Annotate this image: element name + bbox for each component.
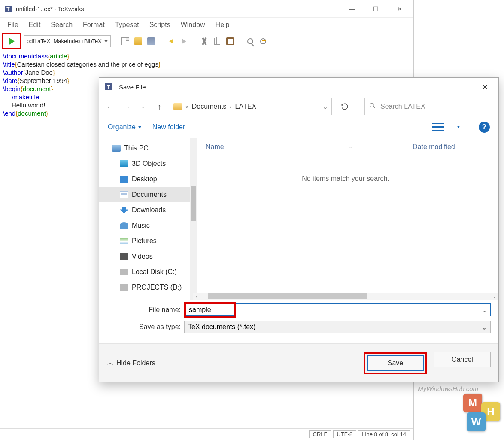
tree-this-pc[interactable]: This PC bbox=[99, 141, 193, 156]
window-title: untitled-1.tex* - TeXworks bbox=[16, 6, 346, 12]
scroll-left-icon[interactable]: ‹ bbox=[193, 293, 200, 299]
watermark-text: MyWindowsHub.com bbox=[418, 385, 478, 392]
save-button[interactable]: Save bbox=[367, 355, 424, 371]
address-dropdown-icon[interactable]: ⌄ bbox=[322, 103, 328, 111]
chevron-down-icon: ▼ bbox=[137, 125, 142, 130]
sort-indicator-icon: ︿ bbox=[348, 144, 352, 150]
breadcrumb-root[interactable]: « bbox=[185, 104, 188, 110]
dialog-close-button[interactable]: ✕ bbox=[476, 80, 493, 94]
view-options-icon[interactable] bbox=[432, 123, 444, 131]
toolbar-separator bbox=[240, 36, 240, 47]
chevron-down-icon[interactable]: ▼ bbox=[456, 125, 461, 129]
nav-recent-icon[interactable]: ⌄ bbox=[137, 101, 149, 113]
dialog-nav-row: ← → ⌄ ↑ « Documents › LATEX ⌄ Search LAT… bbox=[99, 96, 498, 117]
filename-dropdown-icon[interactable]: ⌄ bbox=[479, 306, 490, 314]
svg-text:T: T bbox=[107, 84, 110, 90]
main-titlebar: T untitled-1.tex* - TeXworks — ☐ ✕ bbox=[0, 0, 413, 18]
redo-icon[interactable] bbox=[179, 36, 190, 47]
folder-icon bbox=[173, 103, 182, 110]
videos-icon bbox=[120, 253, 128, 260]
nav-forward-icon[interactable]: → bbox=[121, 101, 133, 113]
tree-videos[interactable]: Videos bbox=[99, 249, 193, 264]
search-input[interactable]: Search LATEX bbox=[364, 98, 493, 115]
scroll-right-icon[interactable]: › bbox=[491, 293, 498, 299]
menu-window[interactable]: Window bbox=[176, 19, 209, 31]
status-position: Line 8 of 8; col 14 bbox=[358, 430, 410, 438]
menu-edit[interactable]: Edit bbox=[24, 19, 45, 31]
tex-cmd: \date bbox=[3, 77, 17, 84]
disk-icon bbox=[120, 269, 128, 275]
refresh-button[interactable] bbox=[336, 98, 353, 115]
filename-input[interactable] bbox=[186, 304, 234, 316]
replace-icon[interactable] bbox=[258, 36, 269, 47]
engine-select[interactable]: pdfLaTeX+MakeIndex+BibTeX bbox=[24, 35, 111, 47]
save-file-dialog: T Save File ✕ ← → ⌄ ↑ « Documents › LATE… bbox=[99, 77, 499, 382]
tree-documents[interactable]: Documents bbox=[99, 187, 193, 202]
app-icon: T bbox=[4, 5, 12, 13]
tex-cmd: \begin bbox=[3, 85, 21, 92]
cut-icon[interactable] bbox=[199, 36, 210, 47]
dialog-footer: ︿ Hide Folders Save Cancel bbox=[99, 343, 498, 382]
downloads-icon bbox=[120, 207, 128, 214]
copy-icon[interactable] bbox=[212, 36, 223, 47]
breadcrumb-documents[interactable]: Documents bbox=[192, 103, 227, 110]
savetype-label: Save as type: bbox=[107, 323, 184, 331]
organize-button[interactable]: Organize▼ bbox=[108, 123, 142, 131]
paste-icon[interactable] bbox=[225, 36, 236, 47]
menu-file[interactable]: File bbox=[3, 19, 23, 31]
3d-icon bbox=[120, 160, 128, 167]
tree-music[interactable]: Music bbox=[99, 218, 193, 233]
status-eol[interactable]: CRLF bbox=[309, 430, 331, 438]
new-folder-button[interactable]: New folder bbox=[152, 123, 185, 131]
cancel-button[interactable]: Cancel bbox=[434, 352, 491, 367]
nav-up-icon[interactable]: ↑ bbox=[153, 101, 165, 113]
close-button[interactable]: ✕ bbox=[394, 3, 406, 15]
tree-pictures[interactable]: Pictures bbox=[99, 233, 193, 249]
undo-icon[interactable] bbox=[166, 36, 177, 47]
savetype-dropdown-icon[interactable]: ⌄ bbox=[481, 323, 487, 331]
column-name[interactable]: Name bbox=[206, 143, 365, 151]
pictures-icon bbox=[120, 238, 128, 244]
tree-desktop[interactable]: Desktop bbox=[99, 171, 193, 187]
menu-help[interactable]: Help bbox=[211, 19, 234, 31]
brand-m: M bbox=[463, 394, 482, 412]
toolbar: pdfLaTeX+MakeIndex+BibTeX bbox=[0, 32, 413, 50]
desktop-icon bbox=[120, 176, 128, 183]
tree-projects-d[interactable]: PROJECTS (D:) bbox=[99, 280, 193, 295]
menu-bar: File Edit Search Format Typeset Scripts … bbox=[0, 18, 413, 32]
dialog-title: Save File bbox=[119, 83, 476, 91]
dialog-toolbar: Organize▼ New folder ▼ ? bbox=[99, 117, 498, 137]
minimize-button[interactable]: — bbox=[346, 3, 358, 15]
tex-arg: document bbox=[18, 110, 46, 117]
column-date-modified[interactable]: Date modified bbox=[413, 143, 498, 151]
svg-line-5 bbox=[373, 107, 375, 108]
tex-text: Jane Doe bbox=[25, 69, 53, 76]
status-encoding[interactable]: UTF-8 bbox=[333, 430, 357, 438]
maximize-button[interactable]: ☐ bbox=[370, 3, 382, 15]
open-file-icon[interactable] bbox=[133, 36, 144, 47]
tree-local-disk-c[interactable]: Local Disk (C:) bbox=[99, 264, 193, 280]
menu-scripts[interactable]: Scripts bbox=[145, 19, 175, 31]
dialog-app-icon: T bbox=[104, 82, 113, 91]
tree-3d-objects[interactable]: 3D Objects bbox=[99, 156, 193, 171]
address-bar[interactable]: « Documents › LATEX ⌄ bbox=[170, 98, 332, 115]
save-file-icon[interactable] bbox=[146, 36, 157, 47]
nav-back-icon[interactable]: ← bbox=[104, 101, 116, 113]
scrollbar-thumb[interactable] bbox=[208, 293, 367, 299]
savetype-select[interactable]: TeX documents (*.tex) ⌄ bbox=[184, 321, 491, 333]
status-bar: CRLF UTF-8 Line 8 of 8; col 14 bbox=[0, 428, 413, 440]
find-icon[interactable] bbox=[245, 36, 256, 47]
tex-arg: document bbox=[23, 85, 51, 92]
menu-typeset[interactable]: Typeset bbox=[111, 19, 143, 31]
menu-search[interactable]: Search bbox=[46, 19, 77, 31]
new-file-icon[interactable] bbox=[120, 36, 131, 47]
tree-downloads[interactable]: Downloads bbox=[99, 202, 193, 218]
typeset-button[interactable] bbox=[9, 37, 15, 45]
breadcrumb-latex[interactable]: LATEX bbox=[235, 103, 257, 110]
filename-input-extended[interactable]: ⌄ bbox=[236, 303, 491, 316]
menu-format[interactable]: Format bbox=[79, 19, 109, 31]
toolbar-separator bbox=[161, 36, 161, 47]
hide-folders-button[interactable]: ︿ Hide Folders bbox=[107, 358, 155, 367]
column-headers: Name ︿ Date modified bbox=[193, 138, 498, 156]
help-icon[interactable]: ? bbox=[479, 122, 490, 133]
